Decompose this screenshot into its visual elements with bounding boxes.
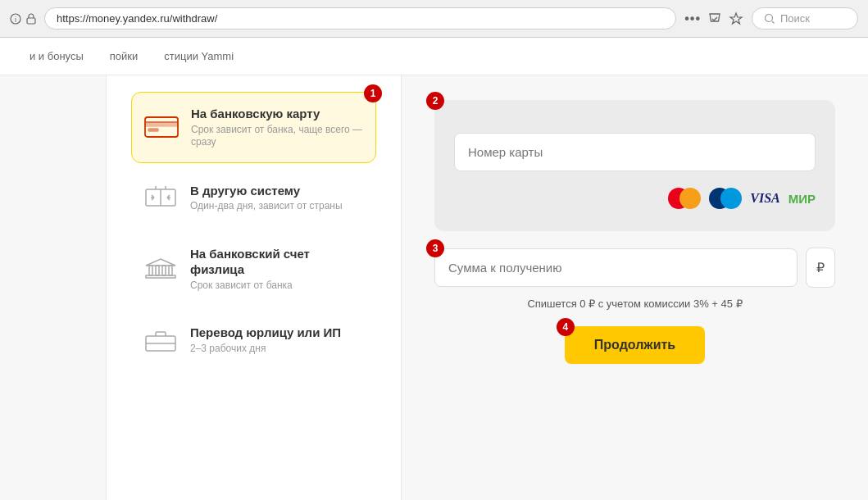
option-bank-card-text: На банковскую карту Срок зависит от банк… [191,106,364,149]
form-badge-amount: 3 [426,239,444,257]
browser-right-icons: ••• [684,11,743,26]
nav-item-bonuses[interactable]: и и бонусы [16,39,97,74]
continue-button-wrapper: 4 Продолжить [434,326,835,364]
mir-text: МИР [788,192,816,206]
briefcase-icon [143,326,179,354]
option-bank-account-subtitle: Срок зависит от банка [190,280,365,293]
more-icon[interactable]: ••• [684,11,701,26]
option-bank-account-text: На банковский счет физлица Срок зависит … [190,246,365,293]
maestro-icon [709,188,742,209]
option-legal-entity-title: Перевод юрлицу или ИП [190,325,341,341]
svg-text:i: i [15,16,16,24]
top-nav: и и бонусы пойки стиции Yammi [0,38,868,75]
search-bar[interactable]: Поиск [752,7,858,30]
svg-rect-2 [27,18,35,24]
lock-icon [26,13,36,25]
address-bar[interactable]: https://money.yandex.ru/withdraw/ [44,7,676,30]
url-text: https://money.yandex.ru/withdraw/ [57,12,217,25]
card-number-input[interactable] [454,133,816,171]
option-bank-card-subtitle: Срок зависит от банка, чаще всего — сраз… [191,124,364,149]
option-bank-account[interactable]: На банковский счет физлица Срок зависит … [131,233,376,306]
nav-items: и и бонусы пойки стиции Yammi [16,39,247,74]
option-other-system-subtitle: Один-два дня, зависит от страны [190,200,343,213]
browser-security: i [10,13,36,25]
svg-rect-5 [145,122,178,126]
option-legal-entity[interactable]: Перевод юрлицу или ИП 2–3 рабочих дня [131,311,376,368]
nav-item-yammi[interactable]: стиции Yammi [151,39,247,74]
form-badge-button: 4 [557,318,575,336]
option-badge-1: 1 [364,84,382,102]
page-wrapper: и и бонусы пойки стиции Yammi 1 [0,38,868,500]
options-panel: 1 На банковскую карту Срок зависит от ба… [107,75,402,500]
mastercard-icon [668,188,701,209]
option-bank-card[interactable]: 1 На банковскую карту Срок зависит от ба… [131,92,376,163]
visa-text: VISA [750,191,779,206]
star-icon[interactable] [729,11,743,26]
commission-text: Спишется 0 ₽ с учетом комиссии 3% + 45 ₽ [434,298,835,310]
svg-rect-13 [146,275,175,278]
svg-rect-10 [156,266,159,275]
svg-marker-8 [146,259,175,266]
bank-icon [143,255,179,283]
option-legal-entity-subtitle: 2–3 рабочих дня [190,343,341,356]
svg-rect-9 [149,266,152,275]
system-icon [143,184,179,211]
option-legal-entity-text: Перевод юрлицу или ИП 2–3 рабочих дня [190,325,341,355]
card-icon [143,113,180,141]
svg-rect-6 [148,129,158,131]
nav-item-settings[interactable]: пойки [97,39,151,74]
continue-button[interactable]: 4 Продолжить [565,326,705,364]
card-logos: VISA МИР [454,188,816,209]
option-bank-card-title: На банковскую карту [191,106,364,122]
currency-symbol: ₽ [806,248,835,288]
amount-input[interactable] [434,248,798,287]
search-icon [764,13,775,25]
amount-row: 3 ₽ [434,248,835,288]
browser-chrome: i https://money.yandex.ru/withdraw/ ••• … [0,0,868,38]
pocket-icon[interactable] [707,11,722,26]
svg-rect-12 [169,266,172,275]
svg-rect-11 [162,266,166,275]
svg-rect-4 [145,117,178,137]
option-bank-account-title: На банковский счет физлица [190,246,365,278]
option-other-system-title: В другую систему [190,183,343,199]
form-badge-card: 2 [426,92,444,110]
sidebar [0,75,107,500]
svg-point-3 [766,14,773,21]
form-panel: 2 VISA МИР [402,75,868,500]
option-other-system-text: В другую систему Один-два дня, зависит о… [190,183,343,213]
option-other-system[interactable]: В другую систему Один-два дня, зависит о… [131,170,376,226]
info-icon: i [10,13,21,25]
main-content: 1 На банковскую карту Срок зависит от ба… [0,75,868,500]
search-placeholder: Поиск [780,12,810,25]
card-visual: 2 VISA МИР [434,100,835,231]
